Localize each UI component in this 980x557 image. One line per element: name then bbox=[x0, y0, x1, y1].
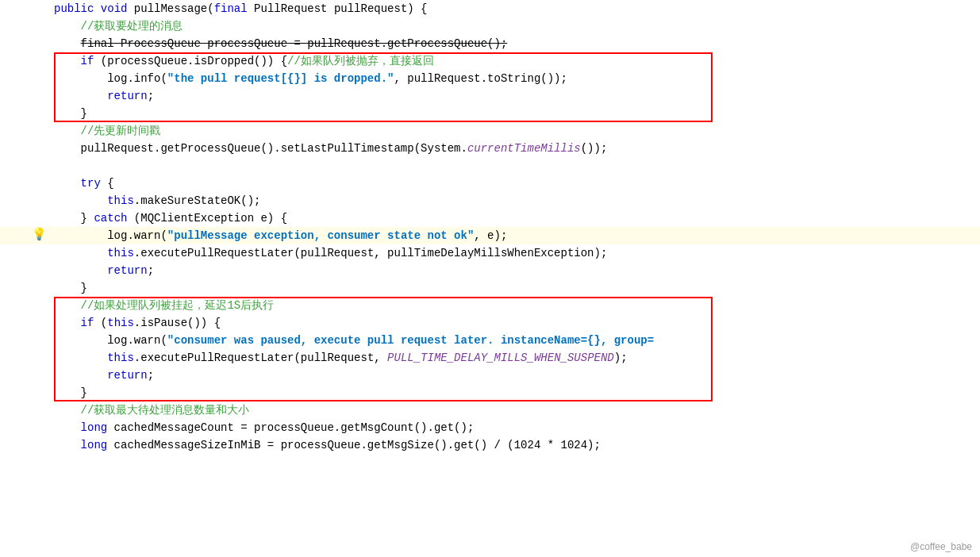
line: //如果处理队列被挂起，延迟1S后执行 bbox=[0, 297, 980, 314]
code-token: .executePullRequestLater(pullRequest, pu… bbox=[134, 247, 608, 259]
code-token: return bbox=[107, 264, 147, 277]
code-line-text: this.executePullRequestLater(pullRequest… bbox=[48, 244, 980, 262]
code-token: this bbox=[107, 317, 134, 329]
code-token bbox=[54, 247, 107, 259]
line: } bbox=[0, 279, 980, 297]
code-token bbox=[54, 177, 81, 190]
code-token: void bbox=[101, 2, 128, 15]
code-token: .executePullRequestLater(pullRequest, bbox=[134, 351, 387, 364]
line: final ProcessQueue processQueue = pullRe… bbox=[0, 35, 980, 52]
code-token: , e); bbox=[474, 229, 507, 242]
line: } bbox=[0, 105, 980, 122]
code-token bbox=[54, 90, 107, 102]
code-token: ; bbox=[148, 369, 154, 382]
code-token bbox=[54, 125, 81, 137]
code-token: , pullRequest.toString()); bbox=[394, 72, 567, 85]
code-line-text: public void pullMessage(final PullReques… bbox=[48, 0, 980, 17]
code-token bbox=[94, 2, 100, 15]
line: } catch (MQClientException e) { bbox=[0, 209, 980, 227]
code-token: } bbox=[54, 282, 87, 294]
code-token: cachedMessageCount = processQueue.getMsg… bbox=[107, 421, 474, 434]
line: //获取最大待处理消息数量和大小 bbox=[0, 401, 980, 419]
line: try { bbox=[0, 175, 980, 192]
code-line-text: pullRequest.getProcessQueue().setLastPul… bbox=[48, 140, 980, 157]
line: } bbox=[0, 384, 980, 401]
code-line-text: this.makeSureStateOK(); bbox=[48, 192, 980, 209]
line bbox=[0, 157, 980, 175]
line: 💡 log.warn("pullMessage exception, consu… bbox=[0, 227, 980, 244]
code-token bbox=[54, 439, 81, 451]
code-token: //先更新时间戳 bbox=[81, 125, 161, 137]
code-token bbox=[54, 264, 107, 277]
code-token: final ProcessQueue processQueue = pullRe… bbox=[81, 37, 508, 50]
code-token: ; bbox=[148, 264, 154, 277]
code-token bbox=[54, 194, 107, 207]
line: pullRequest.getProcessQueue().setLastPul… bbox=[0, 140, 980, 157]
code-token: final bbox=[214, 2, 248, 15]
line: long cachedMessageSizeInMiB = processQue… bbox=[0, 436, 980, 454]
code-line-text: return; bbox=[48, 87, 980, 105]
code-token: ); bbox=[614, 351, 628, 364]
code-line-text: } bbox=[48, 279, 980, 297]
code-token: ( bbox=[94, 317, 107, 329]
line: this.makeSureStateOK(); bbox=[0, 192, 980, 209]
code-token bbox=[54, 369, 107, 382]
line: log.warn("consumer was paused, execute p… bbox=[0, 332, 980, 349]
code-token: catch bbox=[94, 212, 127, 225]
code-token: } bbox=[54, 386, 87, 399]
code-token: PullRequest pullRequest) { bbox=[248, 2, 428, 15]
code-token: ()); bbox=[581, 142, 608, 155]
code-token: //获取最大待处理消息数量和大小 bbox=[81, 404, 250, 417]
line: log.info("the pull request[{}] is droppe… bbox=[0, 70, 980, 87]
code-token: (MQClientException e) { bbox=[127, 212, 287, 225]
code-line-text: long cachedMessageCount = processQueue.g… bbox=[48, 419, 980, 436]
line: this.executePullRequestLater(pullRequest… bbox=[0, 349, 980, 367]
code-token: return bbox=[107, 90, 147, 102]
code-token: long bbox=[81, 421, 108, 434]
code-token: //获取要处理的消息 bbox=[81, 20, 183, 33]
code-token: } bbox=[54, 107, 87, 120]
code-line-text: if (this.isPause()) { bbox=[48, 314, 980, 332]
code-line-text: long cachedMessageSizeInMiB = processQue… bbox=[48, 436, 980, 454]
line: //获取要处理的消息 bbox=[0, 17, 980, 35]
line: //先更新时间戳 bbox=[0, 122, 980, 140]
code-token: pullMessage( bbox=[127, 2, 213, 15]
code-token: public bbox=[54, 2, 94, 15]
line: if (processQueue.isDropped()) {//如果队列被抛弃… bbox=[0, 52, 980, 70]
code-token: "consumer was paused, execute pull reque… bbox=[167, 334, 654, 347]
code-token: log.warn( bbox=[54, 229, 167, 242]
code-line-text: return; bbox=[48, 262, 980, 279]
code-token: this bbox=[107, 247, 134, 259]
code-token: pullRequest.getProcessQueue().setLastPul… bbox=[54, 142, 467, 155]
code-token: //如果处理队列被挂起，延迟1S后执行 bbox=[81, 299, 275, 312]
code-line-text: log.warn("consumer was paused, execute p… bbox=[48, 332, 980, 349]
line: public void pullMessage(final PullReques… bbox=[0, 0, 980, 17]
code-token: { bbox=[101, 177, 114, 190]
code-token: .isPause()) { bbox=[134, 317, 221, 329]
bulb-icon: 💡 bbox=[32, 227, 47, 244]
code-token: "the pull request[{}] is dropped." bbox=[167, 72, 394, 85]
code-token: if bbox=[81, 317, 94, 329]
code-line-text: } bbox=[48, 105, 980, 122]
code-line-text: try { bbox=[48, 175, 980, 192]
line: this.executePullRequestLater(pullRequest… bbox=[0, 244, 980, 262]
code-token: log.info( bbox=[54, 72, 167, 85]
code-token: currentTimeMillis bbox=[467, 142, 581, 155]
line: long cachedMessageCount = processQueue.g… bbox=[0, 419, 980, 436]
code-container: public void pullMessage(final PullReques… bbox=[0, 0, 980, 557]
code-token bbox=[54, 351, 107, 364]
code-token: .makeSureStateOK(); bbox=[134, 194, 261, 207]
code-token: (processQueue.isDropped()) { bbox=[94, 55, 287, 67]
line: return; bbox=[0, 262, 980, 279]
code-line-text: //如果处理队列被挂起，延迟1S后执行 bbox=[48, 297, 980, 314]
line: if (this.isPause()) { bbox=[0, 314, 980, 332]
code-token: long bbox=[81, 439, 108, 451]
code-token: PULL_TIME_DELAY_MILLS_WHEN_SUSPEND bbox=[387, 351, 614, 364]
code-token: return bbox=[107, 369, 147, 382]
code-line-text: if (processQueue.isDropped()) {//如果队列被抛弃… bbox=[48, 52, 980, 70]
code-token: if bbox=[81, 55, 94, 67]
line-icon: 💡 bbox=[30, 227, 48, 244]
code-token bbox=[54, 55, 81, 67]
code-token bbox=[54, 421, 81, 434]
code-token: try bbox=[81, 177, 101, 190]
